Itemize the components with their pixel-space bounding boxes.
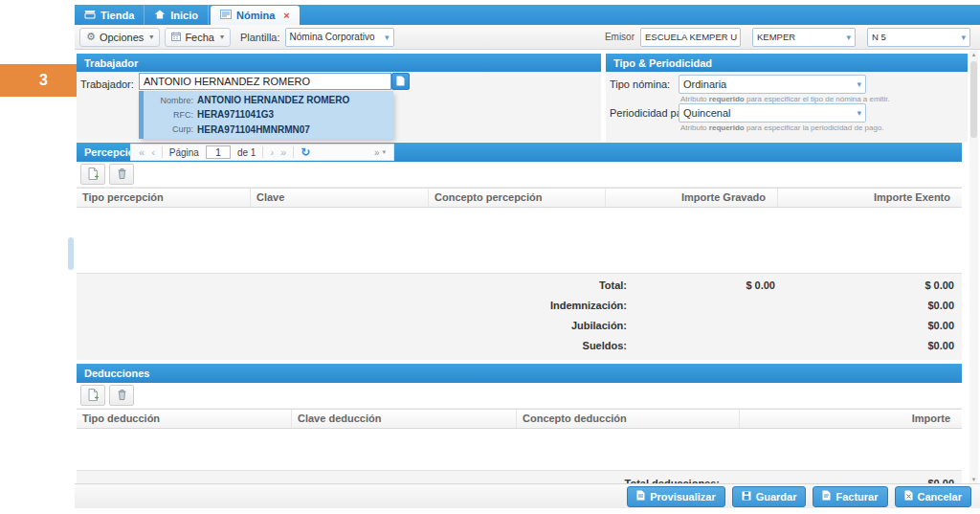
opciones-button[interactable]: ⚙ Opciones ▾ — [79, 28, 160, 47]
periodicidad-select[interactable]: Quincenal ▾ — [679, 103, 866, 123]
plantilla-value: Nómina Corporativo — [290, 32, 375, 42]
trash-icon — [117, 168, 127, 181]
pagination-toolbar: « ‹ Página de 1 › » ↻ » ▾ — [130, 144, 394, 161]
fecha-label: Fecha — [185, 32, 214, 43]
collapsed-panel-handle[interactable] — [68, 237, 74, 270]
trabajador-field-label: Trabajador: — [80, 78, 134, 90]
payroll-form-icon — [220, 10, 232, 21]
gear-icon: ⚙ — [86, 32, 96, 42]
tab-inicio[interactable]: Inicio — [145, 5, 209, 25]
trabajador-panel: Trabajador Trabajador: Nombre: ANTONIO H… — [77, 54, 601, 142]
add-percepcion-button[interactable] — [80, 164, 105, 185]
suggestion-row-nombre[interactable]: Nombre: ANTONIO HERNANDEZ ROMERO — [144, 95, 393, 105]
column-header-clave-deduccion[interactable]: Clave deducción — [292, 410, 517, 428]
sueldos-label: Sueldos: — [583, 340, 627, 351]
rfc-label: RFC: — [144, 110, 193, 120]
chevron-down-icon: ▾ — [385, 33, 390, 42]
column-header-importe-gravado[interactable]: Importe Gravado — [606, 189, 778, 207]
column-header-importe[interactable]: Importe — [740, 410, 962, 428]
previsualizar-button[interactable]: Provisualizar — [627, 486, 724, 507]
last-page-icon[interactable]: » — [280, 147, 286, 158]
periodicidad-value: Quincenal — [683, 107, 731, 119]
separator — [162, 146, 163, 158]
delete-deduccion-button[interactable] — [109, 385, 134, 406]
page-count-label: de 1 — [237, 147, 256, 158]
scroll-up-icon[interactable]: ▴ — [972, 50, 976, 58]
toolbar-overflow-button[interactable]: » ▾ — [374, 147, 386, 158]
deducciones-total-row-clipped: Total deducciones: $0.00 — [77, 470, 962, 484]
emisor-label: Emisor — [605, 32, 635, 42]
add-deduccion-button[interactable] — [80, 385, 105, 406]
indemnizacion-value: $0.00 — [927, 300, 954, 311]
column-header-clave[interactable]: Clave — [251, 189, 429, 207]
tab-bar: Tienda Inicio Nómina × — [75, 5, 980, 25]
plantilla-label: Plantilla: — [240, 32, 280, 43]
button-label: Cancelar — [918, 491, 962, 503]
empresa-select[interactable]: KEMPER ▾ — [752, 28, 856, 47]
add-document-icon — [88, 168, 99, 182]
column-header-tipo-deduccion[interactable]: Tipo deducción — [77, 410, 292, 428]
emisor-select[interactable]: ESCUELA KEMPER U ▾ — [640, 28, 741, 47]
panel-title: Deducciones — [84, 368, 149, 379]
tipo-periodicidad-panel: Tipo & Periodicidad Tipo nómina: Ordinar… — [606, 54, 968, 142]
tab-label: Tienda — [100, 10, 134, 21]
prev-page-icon[interactable]: ‹ — [151, 147, 155, 158]
sueldos-value: $0.00 — [927, 340, 954, 351]
fecha-button[interactable]: Fecha ▾ — [165, 28, 231, 47]
facturar-button[interactable]: Facturar — [813, 486, 887, 507]
trabajador-suggestion-dropdown[interactable]: Nombre: ANTONIO HERNANDEZ ROMERO RFC: HE… — [139, 91, 393, 139]
store-icon — [84, 10, 96, 21]
deducciones-empty-body — [77, 429, 962, 470]
curp-value: HERA971104HMNRMN07 — [197, 124, 310, 135]
tipo-nomina-label: Tipo nómina: — [610, 78, 670, 90]
cancel-document-icon — [904, 490, 913, 503]
delete-percepcion-button[interactable] — [109, 164, 134, 185]
tab-tienda[interactable]: Tienda — [75, 5, 145, 25]
periodicidad-help: Atributo requerido para especificar la p… — [680, 123, 884, 132]
tab-nomina[interactable]: Nómina × — [211, 6, 300, 25]
cancelar-button[interactable]: Cancelar — [895, 486, 971, 507]
deducciones-panel: Deducciones Tipo deducción Clave deducci… — [77, 364, 962, 484]
column-header-concepto-deduccion[interactable]: Concepto deducción — [517, 410, 740, 428]
step-number: 3 — [39, 72, 48, 89]
percepciones-empty-body — [77, 208, 962, 273]
total-label: Total: — [599, 279, 627, 291]
button-label: Facturar — [835, 491, 878, 503]
separator — [293, 146, 294, 158]
guardar-button[interactable]: Guardar — [732, 486, 807, 507]
jubilacion-row: Jubilación: $0.00 — [77, 316, 962, 336]
next-page-icon[interactable]: › — [270, 147, 274, 158]
emisor-group: Emisor ESCUELA KEMPER U ▾ KEMPER ▾ N 5 ▾ — [605, 28, 970, 47]
suggestion-row-curp[interactable]: Curp: HERA971104HMNRMN07 — [144, 124, 393, 135]
suggestion-row-rfc[interactable]: RFC: HERA9711041G3 — [144, 109, 393, 120]
chevron-down-icon: ▾ — [382, 148, 386, 156]
first-page-icon[interactable]: « — [139, 147, 145, 158]
column-header-tipo-percepcion[interactable]: Tipo percepción — [77, 189, 251, 207]
trabajador-input[interactable] — [139, 73, 391, 90]
emisor-value: ESCUELA KEMPER U — [645, 32, 737, 42]
trash-icon — [117, 389, 127, 402]
serie-select[interactable]: N 5 ▾ — [867, 28, 970, 47]
serie-value: N 5 — [872, 32, 886, 42]
trabajador-lookup-button[interactable] — [391, 73, 410, 90]
column-header-concepto-percepcion[interactable]: Concepto percepción — [429, 189, 606, 207]
rfc-value: HERA9711041G3 — [197, 109, 274, 120]
scroll-down-icon[interactable]: ▾ — [972, 475, 976, 483]
page-number-input[interactable] — [206, 145, 231, 159]
chevron-down-icon: ▾ — [857, 79, 861, 89]
nombre-value: ANTONIO HERNANDEZ ROMERO — [197, 95, 349, 105]
column-header-importe-exento[interactable]: Importe Exento — [778, 189, 962, 207]
nombre-label: Nombre: — [144, 96, 193, 105]
chevron-down-icon: ▾ — [857, 108, 861, 118]
percepciones-totals: Total: $ 0.00 $ 0.00 Indemnización: $0.0… — [77, 273, 962, 360]
jubilacion-value: $0.00 — [927, 320, 954, 331]
refresh-icon[interactable]: ↻ — [301, 146, 310, 158]
trabajador-panel-body: Trabajador: Nombre: ANTONIO HERNANDEZ RO… — [77, 72, 601, 142]
total-gravado: $ 0.00 — [746, 279, 775, 291]
tipo-nomina-select[interactable]: Ordinaria ▾ — [679, 75, 866, 94]
scrollbar-thumb[interactable] — [970, 61, 977, 138]
invoice-document-icon — [822, 490, 831, 503]
close-tab-icon[interactable]: × — [283, 11, 289, 21]
plantilla-select[interactable]: Nómina Corporativo ▾ — [285, 28, 394, 47]
save-icon — [742, 491, 751, 503]
